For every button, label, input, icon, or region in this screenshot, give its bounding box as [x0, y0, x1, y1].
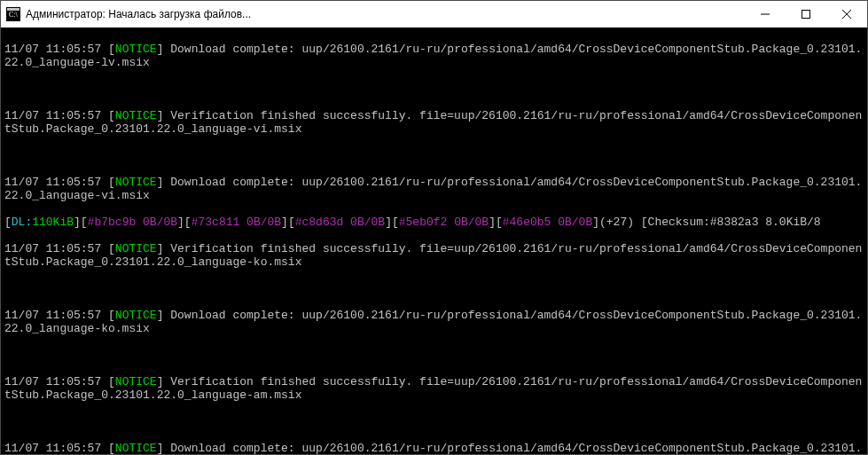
log-line	[4, 282, 864, 295]
titlebar: C:\ Администратор: Началась загрузка фай…	[1, 1, 867, 27]
log-line: 11/07 11:05:57 [NOTICE] Verification fin…	[4, 242, 864, 269]
log-line: 11/07 11:05:57 [NOTICE] Download complet…	[4, 309, 864, 335]
window-title: Администратор: Началась загрузка файлов.…	[26, 8, 745, 20]
log-line	[4, 349, 864, 362]
window-controls	[745, 1, 867, 27]
log-line: 11/07 11:05:57 [NOTICE] Verification fin…	[4, 375, 864, 402]
log-line: 11/07 11:05:57 [NOTICE] Verification fin…	[4, 109, 864, 136]
svg-rect-4	[802, 11, 810, 19]
svg-text:C:\: C:\	[9, 11, 19, 19]
minimize-button[interactable]	[745, 1, 786, 27]
cmd-icon: C:\	[6, 7, 20, 21]
log-line: 11/07 11:05:57 [NOTICE] Download complet…	[4, 43, 864, 69]
console-output[interactable]: 11/07 11:05:57 [NOTICE] Download complet…	[1, 27, 867, 454]
log-line	[4, 82, 864, 96]
log-line: [DL:110KiB][#b7bc9b 0B/0B][#73c811 0B/0B…	[4, 216, 864, 229]
console-window: C:\ Администратор: Началась загрузка фай…	[0, 0, 868, 455]
log-line	[4, 415, 864, 428]
log-line: 11/07 11:05:57 [NOTICE] Download complet…	[4, 176, 864, 202]
log-line	[4, 149, 864, 162]
close-button[interactable]	[826, 1, 867, 27]
maximize-button[interactable]	[786, 1, 826, 27]
log-line: 11/07 11:05:57 [NOTICE] Download complet…	[4, 442, 864, 454]
